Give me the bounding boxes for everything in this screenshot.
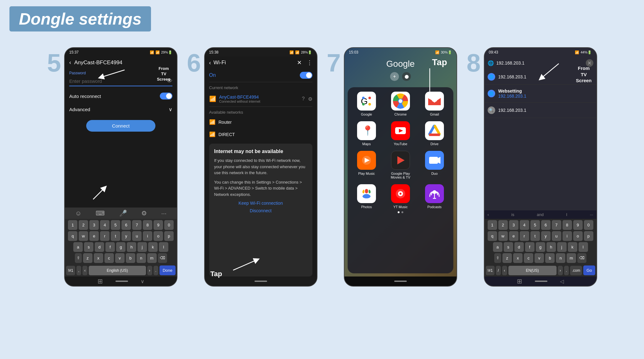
key-3[interactable]: 3 — [89, 220, 99, 230]
key-0[interactable]: 0 — [164, 220, 174, 230]
key8-r[interactable]: r — [520, 231, 529, 241]
key-z[interactable]: z — [83, 253, 92, 263]
app-maps-7[interactable]: 📍 Maps — [352, 121, 381, 146]
key-m[interactable]: m — [147, 253, 157, 263]
mic-icon-5[interactable]: 🎤 — [119, 209, 127, 217]
key8-v[interactable]: v — [535, 253, 544, 263]
app-playmusic-7[interactable]: Play Music — [352, 151, 381, 179]
toggle-auto-reconnect-5[interactable] — [160, 93, 172, 100]
key8-g[interactable]: g — [536, 242, 545, 252]
key8-com[interactable]: .com — [570, 266, 582, 275]
key-left-5[interactable]: ‹ — [82, 266, 87, 275]
key-5[interactable]: 5 — [111, 220, 120, 230]
key8-sym[interactable]: !#1 — [486, 266, 495, 275]
key-8[interactable]: 8 — [143, 220, 152, 230]
key-w[interactable]: w — [79, 231, 88, 241]
key8-right[interactable]: › — [558, 266, 563, 275]
router-row-6[interactable]: 📶 Router — [205, 116, 317, 128]
plus-btn-7[interactable]: + — [390, 72, 399, 81]
key8-o[interactable]: o — [573, 231, 583, 241]
emoji-icon-5[interactable]: ☺ — [75, 210, 81, 217]
nav-home-5[interactable] — [115, 281, 128, 282]
nav-grid-5[interactable]: ⊞ — [98, 277, 103, 285]
key8-space[interactable]: EN(US) — [508, 266, 557, 275]
key8-backspace[interactable]: ⌫ — [577, 253, 586, 263]
key8-n[interactable]: n — [556, 253, 565, 263]
key8-i[interactable]: i — [563, 231, 572, 241]
key-n[interactable]: n — [137, 253, 146, 263]
app-youtube-7[interactable]: YouTube — [386, 121, 415, 146]
key-l[interactable]: l — [159, 242, 168, 252]
key-shift[interactable]: ⇧ — [75, 253, 82, 263]
key-d[interactable]: d — [95, 242, 104, 252]
key8-4[interactable]: 4 — [520, 220, 529, 230]
app-google-7[interactable]: G Google — [352, 92, 381, 116]
key-6[interactable]: 6 — [121, 220, 131, 230]
key8-1[interactable]: 1 — [488, 220, 497, 230]
key-2[interactable]: 2 — [79, 220, 88, 230]
key-i[interactable]: i — [143, 231, 152, 241]
settings-icon-6[interactable]: ⚙ — [308, 96, 312, 102]
key-7[interactable]: 7 — [132, 220, 142, 230]
key8-m[interactable]: m — [567, 253, 576, 263]
key-o[interactable]: o — [154, 231, 163, 241]
list-item-3-8[interactable]: 🔍 192.168.203.1 — [484, 103, 596, 118]
current-network-row-6[interactable]: 📶 AnyCast-BFCE4994 Connected without int… — [205, 91, 317, 106]
more-icon-5[interactable]: ··· — [161, 210, 167, 217]
key8-9[interactable]: 9 — [573, 220, 583, 230]
nav-back-8[interactable]: ◁ — [560, 278, 564, 284]
key8-0[interactable]: 0 — [584, 220, 593, 230]
back-arrow-5[interactable]: ‹ — [69, 59, 71, 66]
gif-icon-5[interactable]: ⌨ — [96, 209, 105, 217]
key-right-5[interactable]: › — [147, 266, 152, 275]
key-f[interactable]: f — [105, 242, 115, 252]
key8-e[interactable]: e — [509, 231, 518, 241]
key-j[interactable]: j — [137, 242, 147, 252]
popup-disconnect-6[interactable]: Disconnect — [214, 208, 307, 213]
key8-t[interactable]: t — [530, 231, 540, 241]
key-4[interactable]: 4 — [100, 220, 109, 230]
key8-3[interactable]: 3 — [509, 220, 518, 230]
key8-u[interactable]: u — [552, 231, 561, 241]
key-r[interactable]: r — [100, 231, 109, 241]
app-chrome-7[interactable]: Chrome — [386, 92, 415, 116]
key-v[interactable]: v — [115, 253, 125, 263]
key-x[interactable]: x — [94, 253, 103, 263]
key8-a[interactable]: a — [493, 242, 502, 252]
nav-grid-8[interactable]: ⊞ — [517, 277, 522, 285]
connect-button-5[interactable]: Connect — [86, 120, 155, 132]
advanced-5[interactable]: Advanced ∨ — [65, 103, 177, 116]
key-u[interactable]: u — [132, 231, 142, 241]
key8-go[interactable]: Go — [583, 265, 595, 275]
key8-period[interactable]: . — [564, 266, 569, 275]
key-h[interactable]: h — [127, 242, 136, 252]
popup-keep-6[interactable]: Keep Wi-Fi connection — [214, 201, 307, 206]
key-done-5[interactable]: Done — [160, 265, 176, 275]
nav-home-8[interactable] — [535, 281, 547, 282]
key8-s[interactable]: s — [504, 242, 513, 252]
app-podcasts-7[interactable]: Podcasts — [420, 184, 449, 209]
key8-j[interactable]: j — [557, 242, 567, 252]
kb-I-8[interactable]: I — [566, 212, 567, 217]
scan-icon-6[interactable]: ✕ — [297, 59, 302, 66]
key-q[interactable]: q — [68, 231, 77, 241]
key8-z[interactable]: z — [502, 253, 512, 263]
kb-back-8[interactable]: ‹ — [488, 212, 489, 217]
key-p[interactable]: p — [164, 231, 174, 241]
key-t[interactable]: t — [111, 231, 120, 241]
app-duo-7[interactable]: Duo — [420, 151, 449, 179]
key8-d[interactable]: d — [514, 242, 524, 252]
key8-l[interactable]: l — [579, 242, 588, 252]
key8-x[interactable]: x — [513, 253, 523, 263]
key-e[interactable]: e — [89, 231, 99, 241]
key8-w[interactable]: w — [498, 231, 508, 241]
key8-y[interactable]: y — [541, 231, 551, 241]
kb-more-8[interactable]: ··· — [590, 212, 593, 217]
key-period-5[interactable]: . — [154, 266, 158, 275]
key8-7[interactable]: 7 — [552, 220, 561, 230]
key8-h[interactable]: h — [546, 242, 556, 252]
key8-f[interactable]: f — [525, 242, 535, 252]
key8-left[interactable]: ‹ — [502, 266, 507, 275]
key8-2[interactable]: 2 — [498, 220, 508, 230]
key8-q[interactable]: q — [488, 231, 497, 241]
